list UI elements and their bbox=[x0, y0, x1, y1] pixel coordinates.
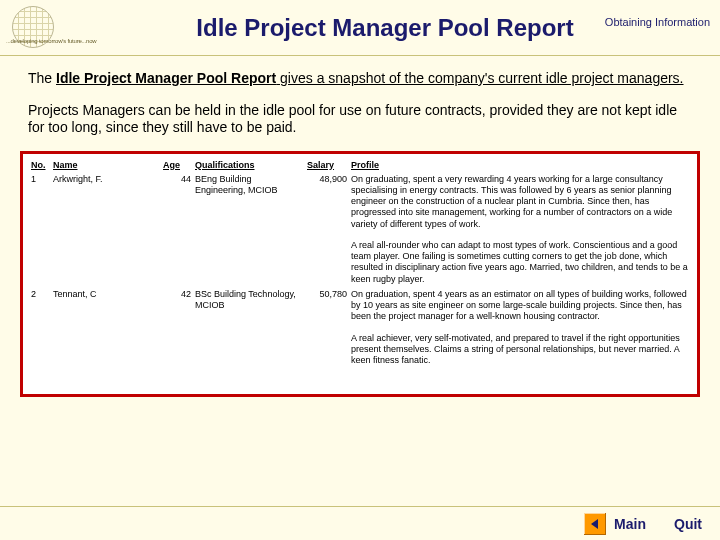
breadcrumb: Obtaining Information bbox=[605, 16, 710, 28]
intro-paragraph-1: The Idle Project Manager Pool Report giv… bbox=[28, 70, 692, 88]
logo: ...developing tomorrow's future...now bbox=[0, 0, 110, 56]
content: The Idle Project Manager Pool Report giv… bbox=[0, 56, 720, 137]
report-table: No. Name Age Qualifications Salary Profi… bbox=[29, 158, 691, 369]
main-nav[interactable]: Main bbox=[584, 511, 654, 537]
report-box: No. Name Age Qualifications Salary Profi… bbox=[20, 151, 700, 397]
footer: Main Quit bbox=[0, 506, 720, 540]
quit-button[interactable]: Quit bbox=[672, 516, 710, 532]
table-header-row: No. Name Age Qualifications Salary Profi… bbox=[29, 158, 691, 172]
profile-a: On graduation, spent 4 years as an estim… bbox=[351, 289, 687, 322]
cell-no: 1 bbox=[29, 172, 51, 287]
profile-b: A real all-rounder who can adapt to most… bbox=[351, 240, 689, 285]
intro1-title: Idle Project Manager Pool Report bbox=[56, 70, 276, 86]
col-salary: Salary bbox=[305, 158, 349, 172]
cell-qual: BSc Building Technology, MCIOB bbox=[193, 287, 305, 369]
cell-name: Tennant, C bbox=[51, 287, 161, 369]
col-name: Name bbox=[51, 158, 161, 172]
table-row: 1 Arkwright, F. 44 BEng Building Enginee… bbox=[29, 172, 691, 287]
back-arrow-icon[interactable] bbox=[584, 513, 606, 535]
col-age: Age bbox=[161, 158, 193, 172]
profile-a: On graduating, spent a very rewarding 4 … bbox=[351, 174, 672, 229]
svg-marker-0 bbox=[591, 519, 598, 529]
cell-name: Arkwright, F. bbox=[51, 172, 161, 287]
cell-profile: On graduation, spent 4 years as an estim… bbox=[349, 287, 691, 369]
cell-age: 42 bbox=[161, 287, 193, 369]
cell-qual: BEng Building Engineering, MCIOB bbox=[193, 172, 305, 287]
nav-group: Main Quit bbox=[580, 511, 710, 537]
intro-paragraph-2: Projects Managers can be held in the idl… bbox=[28, 102, 692, 137]
profile-b: A real achiever, very self-motivated, an… bbox=[351, 333, 689, 367]
main-button[interactable]: Main bbox=[612, 516, 654, 532]
col-qual: Qualifications bbox=[193, 158, 305, 172]
col-no: No. bbox=[29, 158, 51, 172]
tagline: ...developing tomorrow's future...now bbox=[6, 38, 96, 44]
intro1-rest: gives a snapshot of the company's curren… bbox=[276, 70, 683, 86]
intro1-prefix: The bbox=[28, 70, 56, 86]
header: ...developing tomorrow's future...now Id… bbox=[0, 0, 720, 56]
table-row: 2 Tennant, C 42 BSc Building Technology,… bbox=[29, 287, 691, 369]
cell-age: 44 bbox=[161, 172, 193, 287]
cell-salary: 50,780 bbox=[305, 287, 349, 369]
cell-no: 2 bbox=[29, 287, 51, 369]
cell-salary: 48,900 bbox=[305, 172, 349, 287]
col-profile: Profile bbox=[349, 158, 691, 172]
cell-profile: On graduating, spent a very rewarding 4 … bbox=[349, 172, 691, 287]
